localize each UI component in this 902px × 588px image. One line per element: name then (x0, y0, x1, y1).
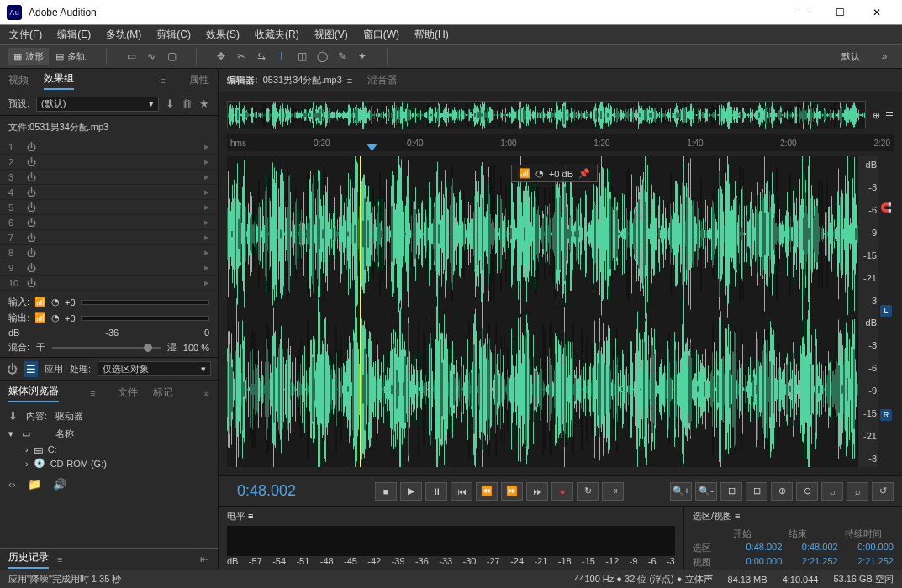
fx-slot[interactable]: 2⏻▸ (0, 155, 218, 170)
marquee-tool[interactable]: ◫ (293, 48, 311, 65)
fx-slot[interactable]: 3⏻▸ (0, 170, 218, 185)
channel-l[interactable]: L (880, 305, 892, 317)
tab-media-browser[interactable]: 媒体浏览器 (8, 384, 59, 402)
save-preset-icon[interactable]: ⬇ (166, 97, 175, 110)
fx-power-master[interactable]: ⏻ (7, 363, 18, 375)
tab-fxgroup[interactable]: 效果组 (44, 71, 74, 90)
spectral-freq-button[interactable]: ▭ (122, 48, 140, 65)
power-icon[interactable]: ⏻ (27, 218, 36, 228)
media-menu-icon[interactable]: ≡ (90, 388, 95, 398)
mix-slider[interactable] (52, 347, 161, 349)
pause-button[interactable]: ⏸ (425, 482, 447, 501)
close-button[interactable]: ✕ (858, 1, 895, 24)
sel-dur[interactable]: 0:00.000 (845, 542, 894, 554)
input-knob[interactable]: ◔ (51, 297, 60, 307)
tab-props[interactable]: 属性 (189, 73, 209, 87)
pin-icon[interactable]: 📌 (578, 168, 590, 179)
folder-icon[interactable]: 📁 (28, 478, 41, 491)
history-menu-icon[interactable]: ≡ (57, 554, 62, 564)
delete-preset-icon[interactable]: 🗑 (182, 97, 193, 110)
menu-clip[interactable]: 剪辑(C) (150, 26, 197, 44)
power-icon[interactable]: ⏻ (27, 172, 36, 182)
nav-back-icon[interactable]: ‹› (8, 478, 16, 491)
rewind-button[interactable]: ⏪ (476, 482, 498, 501)
fxgroup-menu-icon[interactable]: ≡ (161, 76, 166, 86)
sel-start[interactable]: 0:48.002 (733, 542, 782, 554)
zoom-sel-in[interactable]: ⌕ (821, 482, 843, 501)
editor-menu-icon[interactable]: ≡ (347, 76, 352, 86)
zoom-reset[interactable]: ↺ (872, 482, 894, 501)
power-icon[interactable]: ⏻ (27, 263, 36, 273)
loop-button[interactable]: ↻ (577, 482, 599, 501)
snap-icon[interactable]: 🧲 (880, 202, 892, 213)
waveform-editor[interactable]: 📶 ◔ +0 dB 📌 (227, 156, 858, 467)
menu-file[interactable]: 文件(F) (3, 26, 48, 44)
import-icon[interactable]: ⬇ (8, 410, 18, 423)
power-icon[interactable]: ⏻ (27, 202, 36, 213)
go-end-button[interactable]: ⏭ (526, 482, 548, 501)
tab-mixer[interactable]: 混音器 (367, 73, 398, 87)
sel-end[interactable]: 0:48.002 (789, 542, 837, 554)
zoom-out-v[interactable]: ⊖ (796, 482, 818, 501)
speaker-icon[interactable]: 🔊 (53, 478, 66, 491)
zoom-in-v[interactable]: ⊕ (771, 482, 793, 501)
fx-slot[interactable]: 6⏻▸ (0, 215, 218, 230)
power-icon[interactable]: ⏻ (27, 248, 36, 258)
fx-slot[interactable]: 8⏻▸ (0, 245, 218, 260)
multitrack-view-button[interactable]: ▤多轨 (50, 48, 91, 65)
workspace-select[interactable]: 默认 (836, 48, 865, 65)
power-icon[interactable]: ⏻ (27, 142, 36, 152)
zoom-sel[interactable]: ⊟ (746, 482, 767, 501)
menu-effects[interactable]: 效果(S) (200, 26, 245, 44)
forward-button[interactable]: ⏩ (501, 482, 523, 501)
fx-slot[interactable]: 4⏻▸ (0, 185, 218, 200)
go-start-button[interactable]: ⏮ (451, 482, 472, 501)
skip-button[interactable]: ⇥ (602, 482, 624, 501)
preset-select[interactable]: (默认)▾ (36, 97, 159, 112)
output-knob[interactable]: ◔ (51, 312, 60, 323)
fx-slot[interactable]: 1⏻▸ (0, 139, 218, 155)
fx-slot[interactable]: 7⏻▸ (0, 230, 218, 245)
playhead[interactable] (367, 144, 377, 151)
stop-button[interactable]: ■ (375, 482, 397, 501)
timecode[interactable]: 0:48.002 (227, 482, 319, 500)
maximize-button[interactable]: ☐ (821, 1, 858, 24)
expand-icon[interactable]: » (204, 388, 209, 398)
favorite-icon[interactable]: ★ (199, 97, 209, 110)
zoom-in-h[interactable]: 🔍+ (670, 482, 692, 501)
power-icon[interactable]: ⏻ (27, 187, 36, 197)
tab-editor[interactable]: 编辑器:0531男34分配.mp3≡ (227, 74, 352, 87)
menu-edit[interactable]: 编辑(E) (51, 26, 97, 44)
tab-markers[interactable]: 标记 (153, 386, 173, 400)
power-icon[interactable]: ⏻ (27, 233, 36, 243)
tab-history[interactable]: 历史记录 (8, 550, 49, 569)
zoom-full[interactable]: ⊡ (720, 482, 742, 501)
tree-row[interactable]: ›💿CD-ROM (G:) (8, 456, 209, 470)
view-start[interactable]: 0:00.000 (733, 556, 782, 569)
minimize-button[interactable]: — (784, 1, 821, 24)
waveform-view-button[interactable]: ▦波形 (8, 48, 49, 65)
menu-view[interactable]: 视图(V) (309, 26, 354, 44)
tree-row[interactable]: ›🖴C: (8, 443, 209, 456)
time-select-tool[interactable]: I (272, 48, 291, 65)
view-end[interactable]: 2:21.252 (789, 556, 837, 569)
view-dur[interactable]: 2:21.252 (845, 556, 894, 569)
menu-multitrack[interactable]: 多轨(M) (100, 26, 147, 44)
fx-list-icon[interactable]: ☰ (24, 361, 38, 377)
knob-icon[interactable]: ◔ (535, 168, 544, 179)
tab-selection[interactable]: 选区/视图 ≡ (693, 510, 894, 522)
more-toolbar[interactable]: » (875, 48, 894, 65)
zoom-list-icon[interactable]: ☰ (885, 110, 894, 121)
fx-slot[interactable]: 10⏻▸ (0, 276, 218, 291)
spectral-pitch-button[interactable]: ∿ (142, 48, 161, 65)
zoom-sel-out[interactable]: ⌕ (847, 482, 868, 501)
process-select[interactable]: 仅选区对象▾ (98, 361, 211, 376)
zoom-out-h[interactable]: 🔍- (695, 482, 717, 501)
apply-button[interactable]: 应用 (45, 363, 63, 375)
tab-levels[interactable]: 电平 ≡ (227, 510, 675, 522)
record-button[interactable]: ● (551, 482, 573, 501)
menu-favorites[interactable]: 收藏夹(R) (249, 26, 305, 44)
timeline[interactable]: hms 0:20 0:40 1:00 1:20 1:40 2:00 2:20 (227, 134, 894, 151)
hud[interactable]: 📶 ◔ +0 dB 📌 (511, 165, 598, 182)
lasso-tool[interactable]: ◯ (313, 48, 331, 65)
